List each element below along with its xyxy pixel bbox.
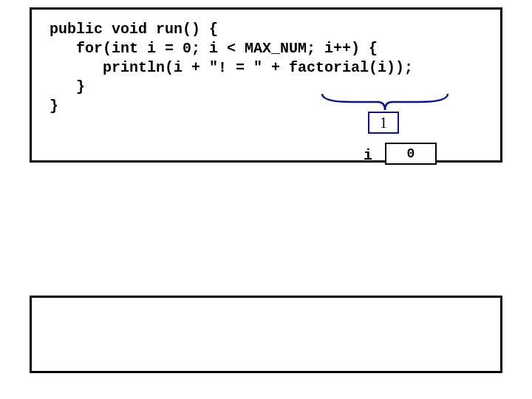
code-panel: public void run() { for(int i = 0; i < M… (30, 7, 502, 163)
variable-name: i (364, 147, 372, 164)
code-line-2: for(int i = 0; i < MAX_NUM; i++) { (50, 39, 482, 58)
output-panel (30, 296, 502, 373)
callout-value-box: 1 (368, 112, 399, 134)
code-line-3: println(i + "! = " + factorial(i)); (50, 58, 482, 78)
callout-value: 1 (380, 115, 387, 132)
variable-value-box: 0 (385, 143, 437, 165)
variable-value: 0 (407, 146, 415, 161)
code-line-1: public void run() { (50, 20, 482, 39)
